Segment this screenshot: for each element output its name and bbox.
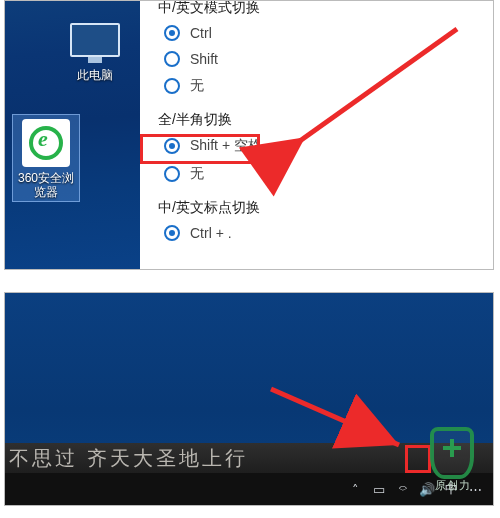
radio-icon [164,166,180,182]
annotation-highlight-box [140,134,260,164]
section-title-punct: 中/英文标点切换 [158,199,493,217]
plus-icon [443,439,461,457]
option-mode-shift[interactable]: Shift [164,51,493,67]
e-logo-icon [29,126,63,160]
browser-icon-tile [22,119,70,167]
radio-icon [164,225,180,241]
desktop-background: 此电脑 360安全浏览器 [5,1,140,269]
option-punct-ctrl-dot[interactable]: Ctrl + . [164,225,493,241]
desktop-icon-360-browser[interactable]: 360安全浏览器 [17,119,75,199]
radio-icon [164,25,180,41]
screenshot-top: 此电脑 360安全浏览器 中/英文模式切换 Ctrl Shift 无 全/半角切… [4,0,494,270]
ime-settings-panel: 中/英文模式切换 Ctrl Shift 无 全/半角切换 Shift + 空格 … [140,1,493,269]
radio-icon [164,51,180,67]
screenshot-bottom: ▸ M ⌨ 简体 ▾ 不思过 齐天大圣地上行 ˄ ▭ ⌔ 🔊 中 ⋯ 原创力 [4,292,494,506]
subtitle-text: 不思过 齐天大圣地上行 [9,447,248,469]
watermark-badge: 原创力 [417,427,487,491]
desktop-icon-this-pc[interactable]: 此电脑 [60,23,130,84]
option-width-none[interactable]: 无 [164,165,493,183]
section-title-width: 全/半角切换 [158,111,493,129]
watermark-text: 原创力 [411,478,494,493]
browser-label: 360安全浏览器 [17,171,75,199]
option-label: Ctrl [190,25,212,41]
option-label: 无 [190,165,204,183]
wifi-icon[interactable]: ⌔ [394,482,412,497]
option-mode-none[interactable]: 无 [164,77,493,95]
section-title-mode: 中/英文模式切换 [158,0,493,17]
this-pc-label: 此电脑 [60,67,130,84]
option-label: Shift [190,51,218,67]
option-mode-ctrl[interactable]: Ctrl [164,25,493,41]
option-label: 无 [190,77,204,95]
option-label: Ctrl + . [190,225,232,241]
battery-icon[interactable]: ▭ [370,482,388,497]
tray-overflow-icon[interactable]: ˄ [346,482,364,497]
shield-icon [430,427,474,479]
monitor-icon [70,23,120,57]
radio-icon [164,78,180,94]
